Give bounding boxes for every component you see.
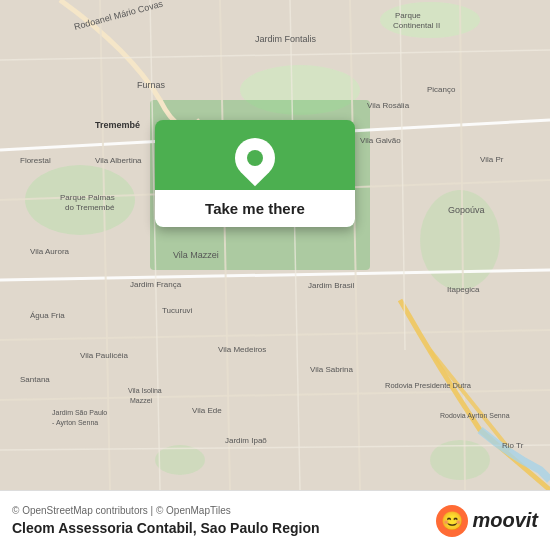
svg-text:- Ayrton Senna: - Ayrton Senna	[52, 419, 98, 427]
svg-point-6	[380, 2, 480, 38]
moovit-icon: 😊	[436, 505, 468, 537]
map-popup: Take me there	[155, 120, 355, 227]
svg-text:Jardim São Paulo: Jardim São Paulo	[52, 409, 107, 416]
svg-text:Picanço: Picanço	[427, 85, 456, 94]
svg-text:Água Fria: Água Fria	[30, 311, 65, 320]
svg-text:Gopoúva: Gopoúva	[448, 205, 485, 215]
moovit-text: moovit	[472, 509, 538, 532]
svg-text:Vila Albertina: Vila Albertina	[95, 156, 142, 165]
popup-icon-area	[155, 120, 355, 190]
svg-text:Jardim Brasil: Jardim Brasil	[308, 281, 354, 290]
svg-text:Vila Rosália: Vila Rosália	[367, 101, 410, 110]
svg-text:Florestal: Florestal	[20, 156, 51, 165]
attribution: © OpenStreetMap contributors | © OpenMap…	[12, 505, 428, 516]
svg-text:Santana: Santana	[20, 375, 50, 384]
moovit-logo: 😊 moovit	[436, 505, 538, 537]
svg-text:Jardim Ipaõ: Jardim Ipaõ	[225, 436, 267, 445]
svg-text:Itapegica: Itapegica	[447, 285, 480, 294]
svg-text:Vila Ede: Vila Ede	[192, 406, 222, 415]
svg-text:Continental II: Continental II	[393, 21, 440, 30]
svg-text:Jardim Fontalis: Jardim Fontalis	[255, 34, 317, 44]
svg-text:Vila Paulicéia: Vila Paulicéia	[80, 351, 128, 360]
map-container: Rodoanel Mário Covas Jardim Fontalis Par…	[0, 0, 550, 490]
svg-text:Rodovia Ayrton Senna: Rodovia Ayrton Senna	[440, 412, 510, 420]
bottom-info: © OpenStreetMap contributors | © OpenMap…	[12, 505, 428, 536]
svg-text:Vila Isolina: Vila Isolina	[128, 387, 162, 394]
location-title: Cleom Assessoria Contabil, Sao Paulo Reg…	[12, 520, 428, 536]
svg-text:Tucuruvi: Tucuruvi	[162, 306, 193, 315]
svg-text:Tremembé: Tremembé	[95, 120, 140, 130]
svg-text:Parque Palmas: Parque Palmas	[60, 193, 115, 202]
svg-text:Rio Tr: Rio Tr	[502, 441, 524, 450]
svg-text:Vila Pr: Vila Pr	[480, 155, 504, 164]
location-pin-icon	[227, 130, 284, 187]
svg-point-5	[155, 445, 205, 475]
svg-text:Furnas: Furnas	[137, 80, 166, 90]
svg-text:Parque: Parque	[395, 11, 421, 20]
take-me-there-button[interactable]: Take me there	[155, 190, 355, 227]
svg-text:Vila Aurora: Vila Aurora	[30, 247, 70, 256]
svg-text:Vila Galvão: Vila Galvão	[360, 136, 401, 145]
svg-text:Vila Mazzei: Vila Mazzei	[173, 250, 219, 260]
bottom-bar: © OpenStreetMap contributors | © OpenMap…	[0, 490, 550, 550]
svg-text:Mazzei: Mazzei	[130, 397, 153, 404]
svg-text:Jardim França: Jardim França	[130, 280, 182, 289]
svg-text:do Tremembé: do Tremembé	[65, 203, 115, 212]
svg-text:Vila Sabrina: Vila Sabrina	[310, 365, 354, 374]
svg-text:Rodovia Presidente Dutra: Rodovia Presidente Dutra	[385, 381, 472, 390]
svg-text:Vila Medeiros: Vila Medeiros	[218, 345, 266, 354]
